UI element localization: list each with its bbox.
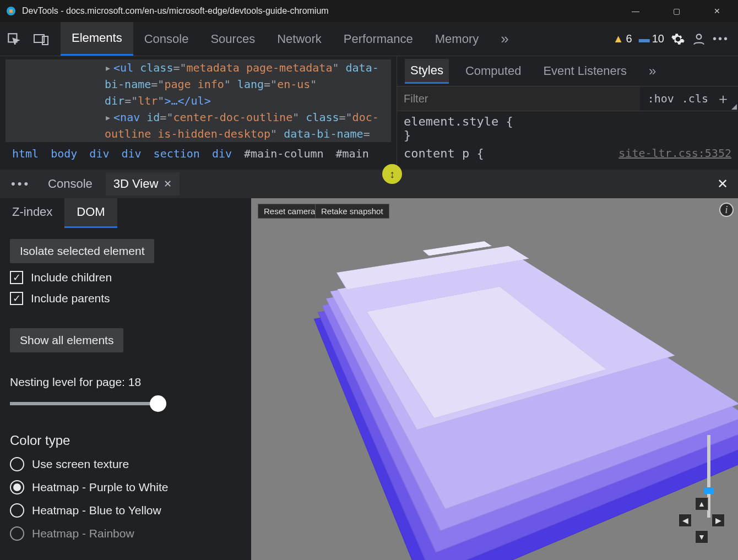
color-option-heatmap-rainbow[interactable]: Heatmap - Rainbow — [10, 526, 241, 541]
tab-network[interactable]: Network — [266, 22, 333, 56]
main-toolbar: Elements Console Sources Network Perform… — [0, 22, 738, 56]
breadcrumb-item[interactable]: html — [12, 145, 39, 162]
svg-point-4 — [697, 34, 702, 39]
expand-triangle-icon[interactable]: ▸ — [105, 111, 111, 124]
tab-sources[interactable]: Sources — [199, 22, 266, 56]
subtab-dom[interactable]: DOM — [64, 198, 117, 228]
nesting-level-slider[interactable] — [10, 402, 164, 405]
color-type-heading: Color type — [10, 433, 241, 448]
nesting-level-label: Nesting level for page: 18 — [10, 376, 241, 389]
nav-right-button[interactable]: ▶ — [712, 514, 725, 527]
isolate-selected-button[interactable]: Isolate selected element — [10, 239, 154, 263]
nav-down-button[interactable]: ▼ — [695, 530, 708, 543]
tab-elements[interactable]: Elements — [61, 22, 133, 56]
breadcrumb-item[interactable]: #main — [336, 145, 369, 162]
styles-filter-input[interactable] — [397, 86, 640, 111]
css-rule[interactable]: } — [404, 128, 731, 142]
three-d-sidebar: Z-index DOM Isolate selected element ✓ I… — [0, 198, 251, 560]
new-style-rule-icon[interactable]: ＋ — [716, 89, 730, 108]
elements-dom-tree[interactable]: ▸<ul class="metadata page-metadata" data… — [0, 56, 397, 170]
drawer-tab-3dview[interactable]: 3D View ✕ — [106, 172, 180, 195]
device-toolbar-icon[interactable] — [28, 25, 55, 53]
color-option-heatmap-purple-white[interactable]: Heatmap - Purple to White — [10, 480, 241, 494]
styles-pane: Styles Computed Event Listeners » :hov .… — [397, 56, 738, 170]
breadcrumb-item[interactable]: div — [212, 145, 232, 162]
breadcrumb-item[interactable]: div — [89, 145, 109, 162]
styles-tab-overflow-icon[interactable]: » — [643, 59, 661, 83]
warnings-indicator[interactable]: ▲ 6 — [613, 32, 632, 45]
css-rule[interactable]: element.style { — [404, 115, 731, 128]
three-d-canvas[interactable]: Reset camera Retake snapshot i ▲ ▼ ◀ ▶ — [251, 198, 738, 560]
svg-rect-3 — [42, 36, 48, 45]
cls-toggle[interactable]: .cls — [682, 92, 708, 105]
color-option-screen-texture[interactable]: Use screen texture — [10, 457, 241, 471]
tab-memory[interactable]: Memory — [424, 22, 490, 56]
hov-toggle[interactable]: :hov — [648, 92, 674, 105]
css-rule[interactable]: content p { site-ltr.css:5352 — [404, 146, 731, 160]
breadcrumb-item[interactable]: #main-column — [244, 145, 324, 162]
tab-console[interactable]: Console — [133, 22, 200, 56]
window-close-button[interactable]: ✕ — [706, 7, 728, 15]
info-badge-icon: ▬ — [639, 32, 650, 45]
drawer-tabbar: ••• Console 3D View ✕ ✕ — [0, 170, 738, 198]
dom-breadcrumbs: html body div div section div #main-colu… — [6, 142, 391, 165]
subtab-zindex[interactable]: Z-index — [0, 198, 64, 228]
window-titlebar: DevTools - docs.microsoft.com/en-us/micr… — [0, 0, 738, 22]
breadcrumb-item[interactable]: div — [121, 145, 141, 162]
color-option-heatmap-blue-yellow[interactable]: Heatmap - Blue to Yellow — [10, 503, 241, 518]
window-minimize-button[interactable]: — — [625, 7, 647, 15]
settings-gear-icon[interactable] — [671, 32, 685, 46]
drawer-tab-console[interactable]: Console — [40, 172, 100, 195]
close-tab-icon[interactable]: ✕ — [164, 178, 172, 190]
include-parents-checkbox[interactable]: ✓ Include parents — [10, 292, 241, 305]
more-options-icon[interactable]: ••• — [713, 32, 729, 45]
breadcrumb-item[interactable]: body — [51, 145, 77, 162]
include-children-checkbox[interactable]: ✓ Include children — [10, 271, 241, 284]
reset-camera-button[interactable]: Reset camera — [258, 204, 321, 219]
show-all-elements-button[interactable]: Show all elements — [10, 328, 123, 352]
drawer-more-icon[interactable]: ••• — [7, 177, 35, 191]
retake-snapshot-button[interactable]: Retake snapshot — [315, 204, 389, 219]
tab-overflow-icon[interactable]: » — [490, 22, 519, 56]
tab-performance[interactable]: Performance — [333, 22, 424, 56]
nav-pad: ▲ ▼ ◀ ▶ — [679, 497, 725, 543]
css-source-link[interactable]: site-ltr.css:5352 — [618, 146, 731, 160]
corner-resize-icon — [731, 104, 737, 110]
devtools-app-icon — [6, 6, 17, 17]
styles-tab-styles[interactable]: Styles — [405, 59, 449, 84]
drawer-close-icon[interactable]: ✕ — [717, 176, 731, 192]
info-count: 10 — [652, 32, 664, 45]
breadcrumb-item[interactable]: section — [154, 145, 200, 162]
pane-resize-handle[interactable] — [382, 164, 402, 184]
expand-triangle-icon[interactable]: ▸ — [105, 61, 111, 74]
profile-avatar-icon[interactable] — [692, 32, 706, 46]
styles-tab-event-listeners[interactable]: Event Listeners — [538, 59, 632, 83]
warning-triangle-icon: ▲ — [613, 32, 624, 45]
info-indicator[interactable]: ▬ 10 — [639, 32, 664, 45]
inspect-element-icon[interactable] — [0, 25, 28, 53]
styles-tab-computed[interactable]: Computed — [460, 59, 527, 83]
panel-tabs: Elements Console Sources Network Perform… — [61, 22, 520, 56]
window-title: DevTools - docs.microsoft.com/en-us/micr… — [22, 6, 329, 16]
nav-left-button[interactable]: ◀ — [679, 514, 692, 527]
window-maximize-button[interactable]: ▢ — [665, 7, 687, 15]
info-icon[interactable]: i — [719, 203, 734, 217]
nav-up-button[interactable]: ▲ — [695, 497, 708, 510]
warnings-count: 6 — [626, 32, 632, 45]
